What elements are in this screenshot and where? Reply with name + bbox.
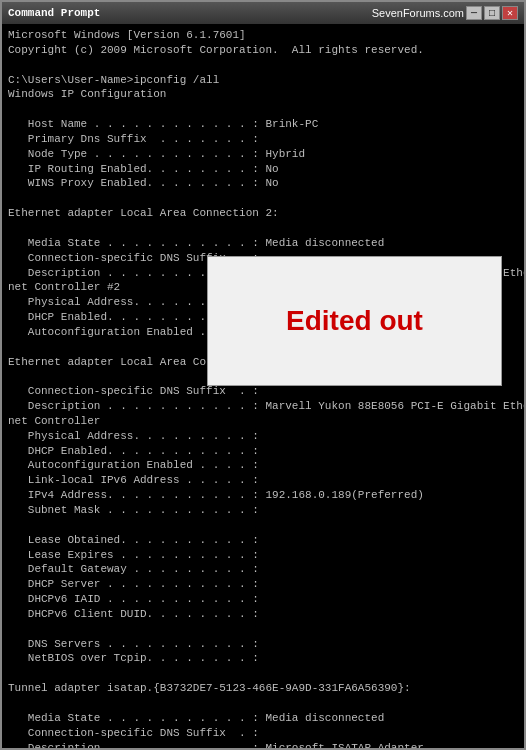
edited-out-label: Edited out xyxy=(286,302,423,340)
site-url: SevenForums.com xyxy=(372,7,464,19)
minimize-button[interactable]: ─ xyxy=(466,6,482,20)
cmd-content2: Lease Obtained. . . . . . . . . . : Leas… xyxy=(8,518,518,748)
close-button[interactable]: ✕ xyxy=(502,6,518,20)
main-window: Command Prompt SevenForums.com ─ □ ✕ Mic… xyxy=(0,0,526,750)
cmd-content: Microsoft Windows [Version 6.1.7601] Cop… xyxy=(2,24,524,748)
window-title: Command Prompt xyxy=(8,7,100,19)
cmd-window: Microsoft Windows [Version 6.1.7601] Cop… xyxy=(2,24,524,748)
maximize-button[interactable]: □ xyxy=(484,6,500,20)
title-bar: Command Prompt SevenForums.com ─ □ ✕ xyxy=(2,2,524,24)
title-bar-right: SevenForums.com ─ □ ✕ xyxy=(372,6,518,20)
edited-overlay: Edited out xyxy=(207,256,502,386)
